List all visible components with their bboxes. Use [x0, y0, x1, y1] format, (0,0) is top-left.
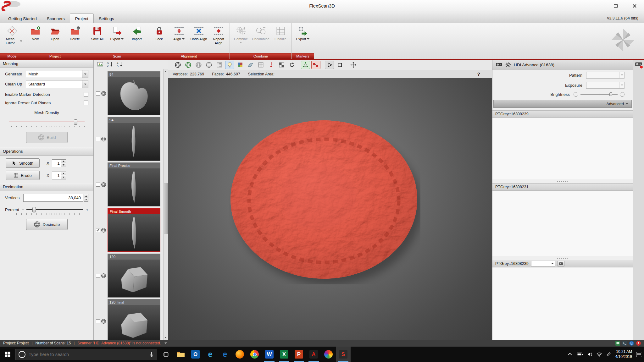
menu-scanners[interactable]: Scanners — [42, 14, 70, 23]
texture-view-icon[interactable] — [236, 61, 245, 69]
task-view-button[interactable] — [158, 347, 173, 362]
manual-align-icon[interactable] — [311, 61, 320, 69]
excel-button[interactable]: X — [277, 347, 291, 362]
pan-move-icon[interactable] — [349, 61, 358, 69]
camera-3-settings-button[interactable] — [558, 261, 564, 266]
export-markers-button[interactable]: Export — [293, 24, 312, 52]
pen-icon[interactable] — [606, 352, 611, 357]
status-console-icon[interactable]: >_ — [622, 341, 627, 346]
brightness-slider[interactable] — [580, 92, 618, 97]
stop-icon[interactable] — [335, 61, 344, 69]
scan-thumbnail[interactable]: Final Precise — [108, 162, 160, 206]
spin-down-icon[interactable] — [61, 175, 66, 179]
erode-count-spinner[interactable]: 1 — [52, 172, 66, 179]
play-icon[interactable] — [325, 61, 334, 69]
image-view-icon[interactable] — [97, 61, 103, 68]
mesh-editor-button[interactable]: Mesh Editor — [2, 24, 22, 52]
camera-section-1-header[interactable]: PTGrey::16308239 — [492, 110, 633, 118]
mesh-density-slider[interactable] — [9, 119, 85, 125]
action-center-icon[interactable] — [636, 352, 642, 357]
edge-button[interactable]: e — [203, 347, 218, 362]
spin-up-icon[interactable] — [84, 194, 88, 198]
percent-slider[interactable] — [26, 206, 83, 213]
help-button[interactable]: ? — [477, 71, 480, 77]
color-wheel-button[interactable] — [321, 347, 336, 362]
align-button[interactable]: Align — [169, 24, 188, 52]
checker-icon[interactable] — [277, 61, 286, 69]
splitter-handle[interactable] — [492, 179, 633, 183]
status-error-icon[interactable]: ! — [636, 341, 641, 346]
erode-button[interactable]: Erode — [6, 171, 40, 180]
spin-down-icon[interactable] — [61, 163, 66, 167]
vertices-input[interactable]: 38,040 — [23, 194, 83, 202]
lock-button[interactable]: Lock — [150, 24, 169, 52]
scroll-up-icon[interactable] — [164, 69, 168, 74]
menu-getting-started[interactable]: Getting Started — [3, 14, 42, 23]
spin-up-icon[interactable] — [61, 172, 66, 176]
shaded-mesh-icon[interactable] — [173, 61, 182, 69]
camera-section-2-header[interactable]: PTGrey::16308231 — [492, 183, 633, 191]
mesh-density-handle[interactable] — [74, 119, 77, 125]
scan-thumbnail[interactable]: 84 — [108, 71, 160, 115]
internet-explorer-button[interactable]: e — [218, 347, 232, 362]
points-view-icon[interactable] — [215, 61, 224, 69]
exposure-dropdown[interactable] — [586, 82, 625, 89]
acrobat-button[interactable]: A — [306, 347, 321, 362]
open-button[interactable]: Open — [46, 24, 64, 52]
camera-section-3-header[interactable]: PTGrey::16308239 — [492, 260, 633, 267]
warning-dropdown-icon[interactable] — [164, 343, 167, 344]
flat-shade-icon[interactable] — [194, 61, 203, 69]
select-vertices-icon[interactable] — [301, 61, 310, 69]
save-all-button[interactable]: Save All — [88, 24, 107, 52]
delete-button[interactable]: Delete — [65, 24, 84, 52]
smooth-count-spinner[interactable]: 1 — [52, 159, 66, 167]
battery-icon[interactable] — [577, 353, 583, 356]
export-scan-button[interactable]: Export — [108, 24, 126, 52]
camera-icon[interactable] — [496, 62, 502, 67]
microphone-icon[interactable] — [149, 352, 154, 357]
menu-project[interactable]: Project — [70, 14, 94, 23]
file-explorer-button[interactable] — [173, 347, 188, 362]
undo-align-button[interactable]: Undo Align — [189, 24, 208, 52]
scan-thumbnail[interactable]: 120_final — [108, 299, 160, 340]
scan-visibility-checkbox[interactable] — [96, 91, 100, 96]
marker-detection-checkbox[interactable] — [84, 92, 88, 97]
percent-handle[interactable] — [32, 207, 36, 212]
rotate-view-icon[interactable] — [287, 61, 297, 69]
maximize-button[interactable] — [606, 0, 625, 12]
cut-planes-checkbox[interactable] — [84, 101, 88, 105]
close-button[interactable] — [625, 0, 644, 12]
scan-visibility-checkbox[interactable] — [96, 274, 100, 278]
cortana-icon[interactable] — [19, 351, 25, 358]
cleanup-dropdown[interactable]: Standard — [26, 80, 88, 88]
new-button[interactable]: New — [26, 24, 45, 52]
outlook-button[interactable]: O — [188, 347, 203, 362]
smooth-button[interactable]: Smooth — [6, 158, 40, 168]
vertices-spinner[interactable] — [84, 194, 88, 202]
scan-visibility-checkbox[interactable] — [96, 183, 100, 187]
coin-scan-model[interactable] — [229, 117, 420, 284]
cut-plane-icon[interactable] — [246, 61, 255, 69]
decimate-button[interactable]: Decimate — [26, 219, 68, 230]
status-network-icon[interactable] — [629, 341, 634, 346]
import-button[interactable]: Import — [127, 24, 146, 52]
network-icon[interactable] — [597, 352, 602, 357]
percent-minus[interactable]: − — [22, 207, 24, 212]
scan-thumbnail[interactable]: 120 — [108, 254, 160, 298]
scan-visibility-checkbox[interactable] — [96, 228, 100, 232]
brightness-plus-button[interactable] — [620, 92, 625, 97]
probe-tool-icon[interactable] — [267, 61, 276, 69]
splitter-handle[interactable] — [492, 256, 633, 260]
advanced-toggle[interactable]: Advanced — [493, 100, 632, 108]
camera-3-dropdown[interactable] — [531, 261, 555, 266]
search-input[interactable] — [29, 352, 146, 357]
word-button[interactable]: W — [262, 347, 277, 362]
scrollbar-thumb[interactable] — [164, 183, 168, 234]
chrome-button[interactable] — [247, 347, 262, 362]
grid-icon[interactable] — [256, 61, 265, 69]
firefox-button[interactable] — [232, 347, 247, 362]
volume-icon[interactable] — [587, 352, 592, 357]
wireframe-icon[interactable] — [204, 61, 214, 69]
scan-thumbnail-selected[interactable]: Final Smooth — [108, 208, 160, 252]
repeat-align-button[interactable]: Repeat Align — [209, 24, 228, 52]
